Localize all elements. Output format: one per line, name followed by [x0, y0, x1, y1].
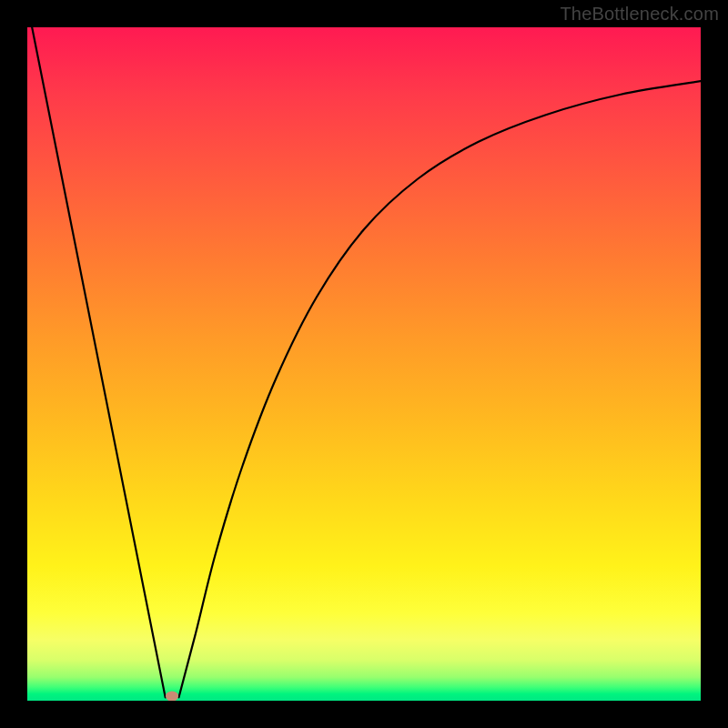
curve-right	[179, 81, 702, 697]
watermark-text: TheBottleneck.com	[560, 4, 719, 25]
plot-area	[27, 27, 701, 701]
curve-svg	[27, 27, 701, 701]
chart-frame: TheBottleneck.com	[0, 0, 728, 728]
marker-dot	[166, 691, 178, 701]
curve-left-line	[32, 27, 166, 697]
